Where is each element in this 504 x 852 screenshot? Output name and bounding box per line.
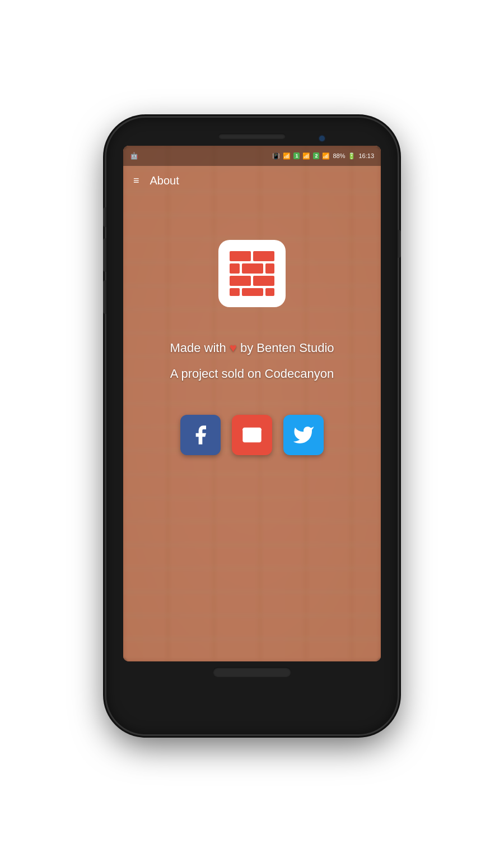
made-with-text: Made with ♥ by Benten Studio: [170, 341, 334, 355]
status-left: 🤖: [130, 152, 138, 160]
sim2-badge: 2: [313, 152, 319, 159]
app-logo: [218, 240, 286, 307]
status-right: 📳 📶 1 📶 2 📶 88% 🔋 16:13: [272, 152, 374, 160]
email-button[interactable]: [232, 415, 272, 455]
front-camera: [319, 136, 325, 141]
status-bar: 🤖 📳 📶 1 📶 2 📶 88% 🔋 16:13: [123, 146, 381, 166]
svg-rect-9: [265, 288, 274, 296]
svg-rect-3: [242, 263, 263, 274]
svg-rect-1: [253, 251, 274, 261]
email-icon: [241, 424, 263, 446]
sim1-badge: 1: [293, 152, 300, 159]
svg-rect-4: [265, 263, 274, 274]
camera-button: [103, 280, 106, 314]
svg-rect-5: [230, 276, 251, 286]
heart-icon: ♥: [230, 341, 240, 355]
volume-down-button: [103, 238, 106, 272]
phone-bottom: [213, 667, 291, 688]
twitter-icon: [292, 424, 315, 446]
signal-icon-1: 📶: [302, 152, 310, 160]
hamburger-menu-icon[interactable]: ≡: [133, 175, 139, 187]
battery-icon: 🔋: [348, 152, 356, 160]
app-bar-title: About: [150, 174, 179, 187]
svg-rect-0: [230, 251, 251, 261]
vibrate-icon: 📳: [272, 152, 280, 160]
project-text: A project sold on Codecanyon: [170, 367, 334, 381]
svg-rect-6: [253, 276, 274, 286]
wifi-icon: 📶: [283, 152, 291, 160]
phone-speaker: [218, 133, 286, 139]
time-display: 16:13: [358, 152, 374, 159]
android-icon: 🤖: [130, 152, 138, 160]
twitter-button[interactable]: [283, 415, 324, 455]
battery-percent: 88%: [333, 152, 345, 159]
home-button[interactable]: [213, 667, 291, 677]
svg-rect-2: [230, 263, 240, 274]
volume-up-button: [103, 207, 106, 227]
social-buttons: [180, 415, 324, 455]
svg-rect-7: [230, 288, 240, 296]
signal-icon-2: 📶: [322, 152, 330, 160]
svg-rect-8: [242, 288, 263, 296]
phone-device: 🤖 📳 📶 1 📶 2 📶 88% 🔋 16:13 ≡ About: [106, 118, 398, 734]
facebook-button[interactable]: [180, 415, 221, 455]
phone-screen: 🤖 📳 📶 1 📶 2 📶 88% 🔋 16:13 ≡ About: [123, 146, 381, 661]
app-bar: ≡ About: [123, 166, 381, 195]
made-with-label: Made with: [170, 341, 226, 355]
power-button: [398, 230, 401, 258]
by-benten-label: by Benten Studio: [240, 341, 334, 355]
brick-logo-svg: [227, 248, 277, 299]
screen-content: Made with ♥ by Benten Studio A project s…: [123, 229, 381, 466]
facebook-icon: [189, 424, 212, 446]
